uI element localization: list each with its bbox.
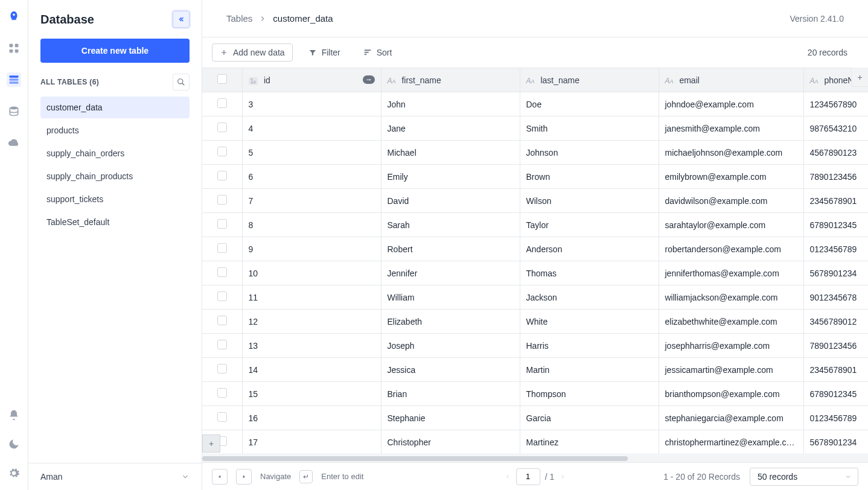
cell-id[interactable]: 6 — [242, 165, 381, 189]
cell-email[interactable]: sarahtaylor@example.com — [659, 213, 803, 237]
cell-phoneN[interactable]: 5678901234 — [803, 261, 868, 285]
table-row[interactable]: 13JosephHarrisjosephharris@example.com78… — [202, 334, 868, 358]
pager-next-icon[interactable] — [559, 473, 566, 480]
cell-id[interactable]: 9 — [242, 237, 381, 261]
row-checkbox-cell[interactable] — [202, 382, 242, 406]
apps-icon[interactable] — [7, 41, 21, 56]
cell-last_name[interactable]: Thomas — [520, 261, 659, 285]
cell-phoneN[interactable]: 2345678901 — [803, 358, 868, 382]
row-checkbox-cell[interactable] — [202, 213, 242, 237]
cell-phoneN[interactable]: 6789012345 — [803, 213, 868, 237]
sidebar-table-item[interactable]: support_tickets — [40, 188, 190, 210]
sort-button[interactable]: Sort — [356, 44, 400, 61]
cell-email[interactable]: emilybrown@example.com — [659, 165, 803, 189]
column-header-first_name[interactable]: AA first_name — [381, 68, 520, 92]
add-row-button[interactable]: + — [202, 434, 220, 453]
table-row[interactable]: 14JessicaMartinjessicamartin@example.com… — [202, 358, 868, 382]
row-checkbox-cell[interactable] — [202, 358, 242, 382]
cell-phoneN[interactable]: 9876543210 — [803, 116, 868, 141]
cell-id[interactable]: 12 — [242, 310, 381, 334]
cell-first_name[interactable]: William — [381, 285, 520, 310]
cell-first_name[interactable]: Emily — [381, 165, 520, 189]
cell-id[interactable]: 17 — [242, 430, 381, 454]
row-checkbox-cell[interactable] — [202, 406, 242, 430]
cell-id[interactable]: 13 — [242, 334, 381, 358]
horizontal-scrollbar[interactable] — [202, 455, 868, 462]
cell-email[interactable]: elizabethwhite@example.com — [659, 310, 803, 334]
nav-next-button[interactable] — [236, 469, 252, 485]
breadcrumb-root[interactable]: Tables — [226, 13, 252, 24]
table-row[interactable]: 3JohnDoejohndoe@example.com1234567890 — [202, 92, 868, 116]
cell-phoneN[interactable]: 7890123456 — [803, 165, 868, 189]
cell-phoneN[interactable]: 7890123456 — [803, 334, 868, 358]
page-size-select[interactable]: 50 records — [750, 468, 858, 486]
cell-last_name[interactable]: Martin — [520, 358, 659, 382]
row-checkbox-cell[interactable] — [202, 334, 242, 358]
sidebar-table-item[interactable]: supply_chain_products — [40, 165, 190, 187]
pager-prev-icon[interactable] — [504, 473, 511, 480]
add-data-button[interactable]: Add new data — [212, 43, 293, 62]
cell-phoneN[interactable]: 5678901234 — [803, 430, 868, 454]
cell-phoneN[interactable]: 0123456789 — [803, 406, 868, 430]
cell-first_name[interactable]: Elizabeth — [381, 310, 520, 334]
cell-last_name[interactable]: Martinez — [520, 430, 659, 454]
cell-email[interactable]: williamjackson@example.com — [659, 285, 803, 310]
cell-id[interactable]: 8 — [242, 213, 381, 237]
table-row[interactable]: 8SarahTaylorsarahtaylor@example.com67890… — [202, 213, 868, 237]
row-checkbox-cell[interactable] — [202, 165, 242, 189]
cell-first_name[interactable]: John — [381, 92, 520, 116]
cell-last_name[interactable]: Taylor — [520, 213, 659, 237]
cell-last_name[interactable]: Doe — [520, 92, 659, 116]
row-checkbox-cell[interactable] — [202, 141, 242, 165]
cell-id[interactable]: 11 — [242, 285, 381, 310]
cell-last_name[interactable]: Garcia — [520, 406, 659, 430]
cell-last_name[interactable]: Thompson — [520, 382, 659, 406]
cell-email[interactable]: davidwilson@example.com — [659, 189, 803, 213]
nav-prev-button[interactable] — [212, 469, 228, 485]
table-row[interactable]: 9RobertAndersonrobertanderson@example.co… — [202, 237, 868, 261]
table-row[interactable]: 5MichaelJohnsonmichaeljohnson@example.co… — [202, 141, 868, 165]
cell-first_name[interactable]: Sarah — [381, 213, 520, 237]
filter-button[interactable]: Filter — [301, 44, 348, 61]
table-row[interactable]: 17ChristopherMartinezchristophermartinez… — [202, 430, 868, 454]
create-table-button[interactable]: Create new table — [40, 39, 190, 63]
cell-phoneN[interactable]: 3456789012 — [803, 310, 868, 334]
cell-email[interactable]: michaeljohnson@example.com — [659, 141, 803, 165]
cell-last_name[interactable]: Jackson — [520, 285, 659, 310]
table-row[interactable]: 6EmilyBrownemilybrown@example.com7890123… — [202, 165, 868, 189]
cell-email[interactable]: stephaniegarcia@example.com — [659, 406, 803, 430]
cell-phoneN[interactable]: 6789012345 — [803, 382, 868, 406]
row-checkbox-cell[interactable] — [202, 116, 242, 141]
cell-last_name[interactable]: Brown — [520, 165, 659, 189]
row-checkbox-cell[interactable] — [202, 285, 242, 310]
cell-id[interactable]: 16 — [242, 406, 381, 430]
cell-email[interactable]: johndoe@example.com — [659, 92, 803, 116]
cell-first_name[interactable]: Jane — [381, 116, 520, 141]
cell-id[interactable]: 3 — [242, 92, 381, 116]
table-row[interactable]: 12ElizabethWhiteelizabethwhite@example.c… — [202, 310, 868, 334]
cell-email[interactable]: josephharris@example.com — [659, 334, 803, 358]
page-input[interactable] — [516, 468, 540, 485]
column-header-id[interactable]: 1₂ id⊸ — [242, 68, 381, 92]
cell-id[interactable]: 15 — [242, 382, 381, 406]
cell-id[interactable]: 4 — [242, 116, 381, 141]
gear-icon[interactable] — [7, 466, 21, 480]
table-row[interactable]: 11WilliamJacksonwilliamjackson@example.c… — [202, 285, 868, 310]
search-tables-button[interactable] — [173, 74, 190, 91]
cell-first_name[interactable]: Jennifer — [381, 261, 520, 285]
cell-email[interactable]: brianthompson@example.com — [659, 382, 803, 406]
cell-phoneN[interactable]: 4567890123 — [803, 141, 868, 165]
table-row[interactable]: 16StephanieGarciastephaniegarcia@example… — [202, 406, 868, 430]
cell-email[interactable]: janesmith@example.com — [659, 116, 803, 141]
cell-first_name[interactable]: Jessica — [381, 358, 520, 382]
cell-id[interactable]: 5 — [242, 141, 381, 165]
table-row[interactable]: 15BrianThompsonbrianthompson@example.com… — [202, 382, 868, 406]
cell-phoneN[interactable]: 2345678901 — [803, 189, 868, 213]
cell-first_name[interactable]: David — [381, 189, 520, 213]
data-source-icon[interactable] — [7, 104, 21, 118]
cell-last_name[interactable]: Anderson — [520, 237, 659, 261]
rocket-icon[interactable] — [7, 10, 21, 24]
row-checkbox-cell[interactable] — [202, 237, 242, 261]
database-table-icon[interactable] — [7, 72, 21, 87]
row-checkbox-cell[interactable] — [202, 92, 242, 116]
